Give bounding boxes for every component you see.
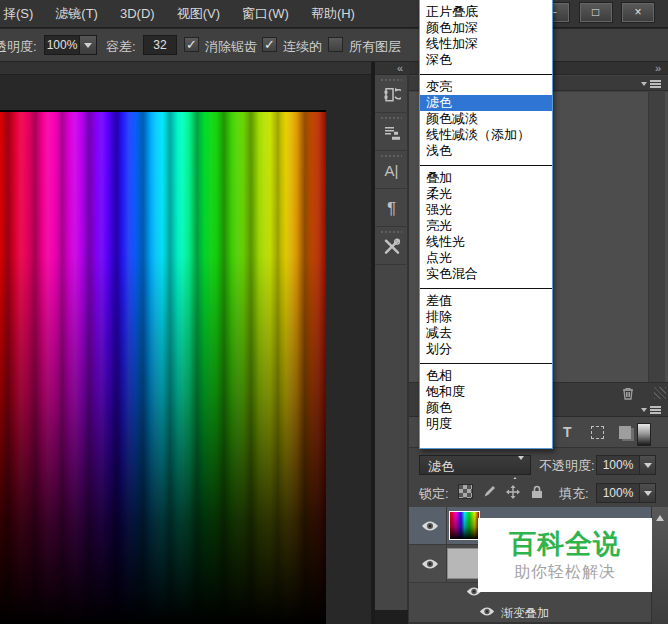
blend-mode-option-排除[interactable]: 排除 bbox=[420, 309, 552, 325]
menu-lines-icon bbox=[650, 80, 661, 88]
blend-mode-option-减去[interactable]: 减去 bbox=[420, 325, 552, 341]
document-tab-band bbox=[0, 62, 371, 75]
menu-item-5[interactable]: 帮助(H) bbox=[300, 0, 366, 28]
paragraph-panel-button[interactable]: ¶ bbox=[375, 190, 408, 227]
upper-panel-scrollbar[interactable] bbox=[648, 92, 665, 382]
chevron-down-icon bbox=[84, 43, 92, 48]
blend-mode-value: 滤色 bbox=[428, 458, 454, 476]
gripper-icon bbox=[381, 155, 402, 157]
blend-mode-group-0: 正片叠底颜色加深线性加深深色 bbox=[420, 0, 552, 75]
checkbox-label: 所有图层 bbox=[349, 38, 401, 56]
blend-mode-option-强光[interactable]: 强光 bbox=[420, 202, 552, 218]
chevron-down-icon bbox=[641, 408, 647, 412]
resize-grip[interactable] bbox=[654, 387, 666, 399]
blend-mode-group-4: 色相饱和度颜色明度 bbox=[420, 364, 552, 438]
watermark-overlay: 百科全说 助你轻松解决 bbox=[478, 518, 652, 592]
blend-mode-option-色相[interactable]: 色相 bbox=[420, 368, 552, 384]
blend-mode-group-1: 变亮滤色颜色减淡线性减淡（添加）浅色 bbox=[420, 75, 552, 166]
type-filter-icon[interactable]: T bbox=[563, 424, 572, 440]
blend-mode-option-明度[interactable]: 明度 bbox=[420, 416, 552, 432]
checkbox-checked-icon[interactable]: ✓ bbox=[184, 37, 199, 52]
blend-mode-option-深色[interactable]: 深色 bbox=[420, 52, 552, 68]
layers-panel-menu-icon[interactable] bbox=[641, 405, 661, 415]
blend-mode-option-划分[interactable]: 划分 bbox=[420, 341, 552, 357]
menu-lines-icon bbox=[650, 406, 661, 414]
character-panel-icon: A| bbox=[385, 162, 399, 179]
menu-item-0[interactable]: 择(S) bbox=[0, 0, 44, 28]
lock-transparency-icon[interactable] bbox=[458, 484, 473, 499]
expand-panels-button[interactable]: » bbox=[655, 62, 661, 74]
document-image[interactable] bbox=[0, 110, 326, 624]
blend-mode-option-柔光[interactable]: 柔光 bbox=[420, 186, 552, 202]
blend-mode-dropdown-menu: 正片叠底颜色加深线性加深深色变亮滤色颜色减淡线性减淡（添加）浅色叠加柔光强光亮光… bbox=[419, 0, 553, 449]
lock-row: 锁定: 填充: 100% bbox=[409, 479, 668, 507]
layer-comps-panel-button[interactable] bbox=[375, 76, 408, 113]
tool-presets-panel-button[interactable] bbox=[375, 228, 408, 265]
filter-toggle-switch[interactable] bbox=[637, 423, 651, 446]
blend-mode-option-正片叠底[interactable]: 正片叠底 bbox=[420, 4, 552, 20]
blend-mode-option-变亮[interactable]: 变亮 bbox=[420, 79, 552, 95]
blend-mode-option-亮光[interactable]: 亮光 bbox=[420, 218, 552, 234]
delete-icon[interactable] bbox=[621, 386, 635, 400]
strip-bottom-corner bbox=[375, 610, 408, 624]
blend-mode-row: 滤色 不透明度: 100% bbox=[409, 448, 668, 479]
blend-mode-option-浅色[interactable]: 浅色 bbox=[420, 143, 552, 159]
gradient-overlay-label: 渐变叠加 bbox=[501, 605, 549, 622]
menu-item-4[interactable]: 窗口(W) bbox=[231, 0, 300, 28]
fill-value[interactable]: 100% bbox=[596, 483, 640, 503]
menu-bar: 择(S)滤镜(T)3D(D)视图(V)窗口(W)帮助(H) – □ × bbox=[0, 0, 668, 28]
menu-item-2[interactable]: 3D(D) bbox=[109, 0, 166, 28]
blend-mode-option-颜色[interactable]: 颜色 bbox=[420, 400, 552, 416]
maximize-button[interactable]: □ bbox=[580, 3, 612, 22]
chevron-down-icon bbox=[644, 463, 652, 468]
blend-mode-option-线性光[interactable]: 线性光 bbox=[420, 234, 552, 250]
collapse-panels-button[interactable]: « bbox=[375, 62, 407, 75]
visibility-cell[interactable] bbox=[409, 507, 447, 544]
checkbox-label: 连续的 bbox=[283, 38, 322, 56]
lock-pixels-brush-icon[interactable] bbox=[480, 484, 495, 499]
tolerance-label: 容差: bbox=[106, 38, 136, 56]
close-button[interactable]: × bbox=[622, 3, 654, 22]
layer-opacity-dropdown[interactable] bbox=[640, 455, 656, 475]
shape-filter-icon[interactable] bbox=[591, 426, 604, 439]
blend-mode-option-颜色减淡[interactable]: 颜色减淡 bbox=[420, 111, 552, 127]
character-panel-button[interactable]: A| bbox=[375, 152, 408, 189]
lock-position-icon[interactable] bbox=[505, 484, 520, 499]
visibility-cell[interactable] bbox=[409, 545, 447, 582]
menu-item-3[interactable]: 视图(V) bbox=[166, 0, 231, 28]
lock-all-icon[interactable] bbox=[530, 484, 545, 499]
blend-mode-option-线性减淡（添加）[interactable]: 线性减淡（添加） bbox=[420, 127, 552, 143]
blend-mode-option-线性加深[interactable]: 线性加深 bbox=[420, 36, 552, 52]
eye-icon bbox=[421, 520, 439, 532]
fill-dropdown[interactable] bbox=[640, 483, 656, 503]
layer-thumbnail-gradient[interactable] bbox=[449, 511, 480, 540]
smart-object-filter-icon[interactable] bbox=[619, 426, 631, 439]
blend-mode-option-差值[interactable]: 差值 bbox=[420, 293, 552, 309]
blend-mode-select[interactable]: 滤色 bbox=[419, 455, 531, 475]
tolerance-input[interactable]: 32 bbox=[143, 35, 177, 55]
menu-item-1[interactable]: 滤镜(T) bbox=[44, 0, 109, 28]
gradient-overlay-row[interactable]: 渐变叠加 bbox=[409, 602, 668, 622]
opacity-input[interactable]: 100% bbox=[44, 35, 80, 55]
tool-options-bar: 透明度: 100% 容差: 32 ✓消除锯齿✓连续的所有图层 bbox=[0, 29, 668, 62]
blend-mode-option-饱和度[interactable]: 饱和度 bbox=[420, 384, 552, 400]
checkbox-unchecked-icon[interactable] bbox=[328, 37, 343, 52]
watermark-title: 百科全说 bbox=[478, 526, 652, 562]
watermark-subtitle: 助你轻松解决 bbox=[478, 562, 652, 583]
actions-panel-button[interactable] bbox=[375, 114, 408, 151]
blend-mode-option-实色混合[interactable]: 实色混合 bbox=[420, 266, 552, 282]
blend-mode-option-颜色加深[interactable]: 颜色加深 bbox=[420, 20, 552, 36]
layers-scrollbar[interactable] bbox=[651, 507, 668, 624]
paragraph-panel-icon: ¶ bbox=[387, 199, 396, 219]
photoshop-window: 择(S)滤镜(T)3D(D)视图(V)窗口(W)帮助(H) – □ × 透明度:… bbox=[0, 0, 668, 624]
opacity-dropdown-button[interactable] bbox=[80, 35, 97, 55]
panel-menu-icon[interactable] bbox=[641, 79, 661, 89]
actions-icon bbox=[383, 124, 401, 142]
blend-mode-option-点光[interactable]: 点光 bbox=[420, 250, 552, 266]
blend-mode-option-滤色[interactable]: 滤色 bbox=[420, 95, 552, 111]
checkbox-checked-icon[interactable]: ✓ bbox=[262, 37, 277, 52]
eye-icon[interactable] bbox=[479, 606, 497, 618]
tool-presets-icon bbox=[383, 238, 401, 256]
layer-opacity-value[interactable]: 100% bbox=[596, 455, 640, 475]
blend-mode-option-叠加[interactable]: 叠加 bbox=[420, 170, 552, 186]
